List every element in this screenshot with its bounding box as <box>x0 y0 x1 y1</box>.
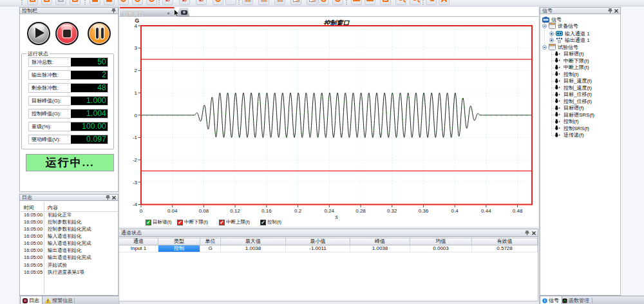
tree-item-输出通道 1[interactable]: 输出通道 1 <box>556 37 590 44</box>
legend-item[interactable]: ✓控制(t) <box>260 219 281 225</box>
limit-g-icon[interactable] <box>213 0 223 5</box>
table-view3-icon[interactable] <box>274 0 285 5</box>
stop-test-button[interactable] <box>55 22 79 45</box>
pin-icon[interactable] <box>525 231 529 236</box>
doc-disabled-icon[interactable] <box>55 0 66 5</box>
channel-col-header[interactable]: 通道 <box>119 238 158 245</box>
table-view-icon[interactable] <box>242 0 253 5</box>
tree-item-试验信号[interactable]: 试验信号 <box>549 44 578 50</box>
tree-item-label: 控制SRS(f) <box>564 125 589 132</box>
tab-alarm-info[interactable]: 报警信息 <box>43 296 75 304</box>
settings-gear-icon[interactable] <box>118 0 129 5</box>
undo-icon[interactable] <box>426 0 437 5</box>
tree-root-signal[interactable]: 信号 <box>542 16 562 23</box>
table-view2-icon[interactable] <box>258 0 269 5</box>
link-add-icon[interactable] <box>332 0 343 5</box>
limit-l3-icon[interactable]: L <box>196 0 207 5</box>
zoom-out-icon[interactable] <box>410 0 421 5</box>
tree-item-控制(f)[interactable]: 控制(f) <box>554 119 579 125</box>
tab-function-manager[interactable]: 函数管理 <box>560 296 592 304</box>
graph-view-icon[interactable] <box>290 0 301 5</box>
tree-item-控制_速度(t)[interactable]: 控制_速度(t) <box>554 84 592 91</box>
channel-table-row[interactable]: Input 1控制G1.0038-1.00111.00380.00030.572… <box>119 245 538 253</box>
log-col-content[interactable]: 内容 <box>48 204 58 211</box>
close-icon[interactable] <box>112 196 116 200</box>
legend-checkbox[interactable]: ✓ <box>219 220 225 225</box>
tab-close-icon[interactable]: × <box>167 10 170 16</box>
log-panel-titlebar[interactable]: 日志 <box>19 194 118 201</box>
application-window: LLLWAV 控制栏 运行状态 脉冲总数:50输出脉冲数:2剩余脉冲数:4 <box>0 0 644 304</box>
pan-icon[interactable] <box>380 0 391 5</box>
channel-col-header[interactable]: 均值 <box>410 238 472 245</box>
tree-item-目标谱(f)[interactable]: 目标谱(f) <box>554 105 584 111</box>
tree-item-中断下限(t)[interactable]: 中断下限(t) <box>554 57 589 64</box>
legend-checkbox[interactable]: ✓ <box>177 220 183 225</box>
legend-checkbox[interactable]: ✓ <box>146 220 151 225</box>
tree-item-目标谱SRS(f)[interactable]: 目标谱SRS(f) <box>554 111 594 118</box>
channel-col-header[interactable]: 最大值 <box>221 238 286 245</box>
legend-item[interactable]: ✓中断下限(t) <box>177 219 208 225</box>
pie-icon[interactable] <box>132 0 143 5</box>
graph-view2-icon[interactable] <box>307 0 317 5</box>
channel-col-header[interactable]: 单位 <box>200 238 221 245</box>
chart-plot[interactable]: -4-3-2-10123400.040.080.120.160.20.240.2… <box>119 17 538 227</box>
channel-col-header[interactable]: 最小值 <box>286 238 350 245</box>
tree-item-中断上限(t)[interactable]: 中断上限(t) <box>554 64 589 71</box>
new-doc-icon[interactable] <box>27 0 38 5</box>
wav-icon[interactable]: WAV <box>225 0 236 5</box>
expand-icon[interactable] <box>549 32 554 36</box>
channel-col-header[interactable]: 有效值 <box>472 238 538 245</box>
pin-icon[interactable] <box>106 195 110 200</box>
status-field-label: 目标峰值(G): <box>32 97 61 105</box>
x-tick-label: 0.2 <box>294 208 302 214</box>
right-splitter[interactable] <box>539 7 540 304</box>
tree-item-设备信号[interactable]: 设备信号 <box>549 23 578 29</box>
legend-item[interactable]: ✓目标谱(t) <box>146 219 172 225</box>
tree-item-输入通道 1[interactable]: 输入通道 1 <box>556 30 590 37</box>
tree-item-逆传递(f)[interactable]: 逆传递(f) <box>554 132 584 138</box>
tree-item-控制SRS(f)[interactable]: 控制SRS(f) <box>554 125 589 131</box>
fit-height-icon[interactable] <box>365 0 375 5</box>
left-splitter[interactable] <box>118 7 119 304</box>
collapse-icon[interactable] <box>542 45 547 50</box>
legend-checkbox[interactable]: ✓ <box>260 220 266 225</box>
expand-icon[interactable] <box>549 38 554 43</box>
close-icon[interactable] <box>614 9 618 13</box>
signal-panel-titlebar[interactable]: 信号 <box>540 7 621 14</box>
zoom-in-icon[interactable] <box>395 0 406 5</box>
start-test-button[interactable] <box>27 22 50 45</box>
tree-item-目标_位移(t)[interactable]: 目标_位移(t) <box>554 91 592 98</box>
save-icon[interactable] <box>90 0 100 5</box>
print-icon[interactable] <box>104 0 115 5</box>
y-tick-label: -1 <box>133 135 138 140</box>
tree-item-控制(t)[interactable]: 控制(t) <box>554 71 579 77</box>
tree-item-控制_位移(t)[interactable]: 控制_位移(t) <box>554 98 592 104</box>
channel-col-header[interactable]: 峰值 <box>350 238 410 245</box>
tab-log[interactable]: 日志 <box>20 296 43 304</box>
fit-width-icon[interactable] <box>351 0 362 5</box>
tab-signal[interactable]: 信号 <box>540 296 562 304</box>
fullscreen-icon[interactable] <box>439 0 450 5</box>
close-icon[interactable] <box>532 231 536 235</box>
tree-item-目标谱(t)[interactable]: 目标谱(t) <box>554 51 584 57</box>
tab-control-window[interactable]: 控制窗口 × <box>120 7 178 17</box>
log-message: 执行进度表第1项 <box>48 269 84 276</box>
channel-col-header[interactable]: 类型 <box>158 238 200 245</box>
fullscreen-icon-glyph <box>441 0 447 2</box>
limit-l2-icon[interactable]: L <box>179 0 190 5</box>
tree-item-目标_速度(t)[interactable]: 目标_速度(t) <box>554 78 592 84</box>
limit-l1-icon[interactable]: L <box>162 0 173 5</box>
pin-icon[interactable] <box>111 8 116 14</box>
pin-icon[interactable] <box>608 8 612 14</box>
legend-item[interactable]: ✓中断上限(t) <box>219 219 250 225</box>
collapse-icon[interactable] <box>542 24 547 28</box>
link-icon[interactable] <box>318 0 329 5</box>
control-bar-titlebar[interactable]: 控制栏 <box>19 7 118 14</box>
channel-status-titlebar[interactable]: 通道状态 <box>118 229 538 237</box>
clock-icon[interactable] <box>146 0 157 5</box>
pause-test-button[interactable] <box>88 22 111 45</box>
channel-cell: 1.0038 <box>350 245 410 253</box>
log-col-time[interactable]: 时间 <box>24 204 34 211</box>
open-doc-icon[interactable] <box>41 0 52 5</box>
doc-export-icon[interactable] <box>70 0 80 5</box>
